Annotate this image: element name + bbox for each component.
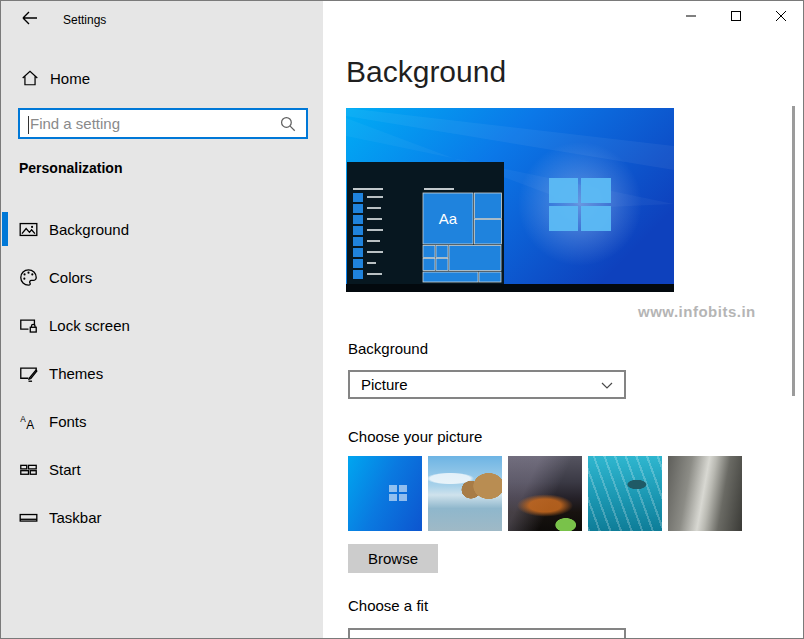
image-icon	[19, 220, 38, 239]
sidebar-nav: BackgroundColorsLock screenThemesAAFonts…	[1, 205, 323, 541]
sidebar-item-lock-screen[interactable]: Lock screen	[1, 301, 323, 349]
wallpaper-preview: Aa	[346, 108, 674, 292]
maximize-icon	[730, 8, 742, 26]
choose-fit-label: Choose a fit	[348, 597, 428, 614]
sidebar-item-label: Fonts	[49, 413, 87, 430]
palette-icon	[19, 268, 38, 287]
fonts-icon: AA	[19, 412, 38, 431]
picture-thumbnails	[348, 456, 742, 531]
picture-thumbnail-night-sky-tent[interactable]	[508, 456, 582, 531]
back-arrow-icon	[21, 10, 39, 30]
close-button[interactable]	[758, 2, 803, 32]
sidebar-item-label: Start	[49, 461, 81, 478]
window-controls	[668, 2, 803, 32]
sidebar-item-background[interactable]: Background	[1, 205, 323, 253]
picture-thumbnail-beach-rocks[interactable]	[428, 456, 502, 531]
background-dropdown-label: Background	[348, 340, 428, 357]
watermark-text: www.infobits.in	[638, 303, 756, 320]
back-button[interactable]	[13, 5, 47, 35]
settings-window: Settings Home Personalization Background…	[0, 0, 804, 639]
picture-thumbnail-windows-default-wallpaper[interactable]	[348, 456, 422, 531]
sidebar-item-label: Themes	[49, 365, 103, 382]
sidebar: Settings Home Personalization Background…	[1, 1, 323, 638]
minimize-button[interactable]	[668, 2, 713, 32]
themes-icon	[19, 364, 38, 383]
sidebar-item-label: Colors	[49, 269, 92, 286]
page-title: Background	[346, 55, 506, 89]
chevron-down-icon	[600, 378, 614, 392]
sidebar-item-taskbar[interactable]: Taskbar	[1, 493, 323, 541]
picture-thumbnail-granite-cliff[interactable]	[668, 456, 742, 531]
sidebar-item-themes[interactable]: Themes	[1, 349, 323, 397]
window-title: Settings	[63, 13, 106, 27]
search-input[interactable]	[20, 110, 279, 137]
taskbar-icon	[19, 508, 38, 527]
sidebar-item-label: Background	[49, 221, 129, 238]
start-tiles-icon	[19, 460, 38, 479]
vertical-scrollbar[interactable]	[792, 106, 795, 396]
sidebar-item-label: Taskbar	[49, 509, 102, 526]
background-type-dropdown[interactable]: Picture	[348, 370, 626, 399]
lock-screen-icon	[19, 316, 38, 335]
sidebar-item-colors[interactable]: Colors	[1, 253, 323, 301]
main-content: Background	[323, 1, 803, 638]
section-header: Personalization	[19, 160, 122, 176]
svg-text:A: A	[26, 417, 34, 430]
search-icon	[279, 115, 297, 133]
sidebar-item-label: Home	[50, 70, 90, 87]
close-icon	[775, 8, 787, 26]
minimize-icon	[685, 8, 697, 26]
picture-thumbnail-underwater-swimmer[interactable]	[588, 456, 662, 531]
sidebar-item-label: Lock screen	[49, 317, 130, 334]
sidebar-item-fonts[interactable]: AAFonts	[1, 397, 323, 445]
background-type-value: Picture	[361, 376, 600, 393]
choose-picture-label: Choose your picture	[348, 428, 482, 445]
sidebar-item-start[interactable]: Start	[1, 445, 323, 493]
choose-fit-dropdown[interactable]	[348, 628, 626, 639]
selected-item-accent-bar	[2, 212, 8, 246]
maximize-button[interactable]	[713, 2, 758, 32]
preview-aa-tile-label: Aa	[439, 210, 458, 227]
sidebar-item-home[interactable]: Home	[1, 61, 323, 95]
browse-button[interactable]: Browse	[348, 544, 438, 573]
text-caret	[28, 116, 29, 134]
home-icon	[21, 69, 39, 87]
search-box	[18, 108, 308, 139]
